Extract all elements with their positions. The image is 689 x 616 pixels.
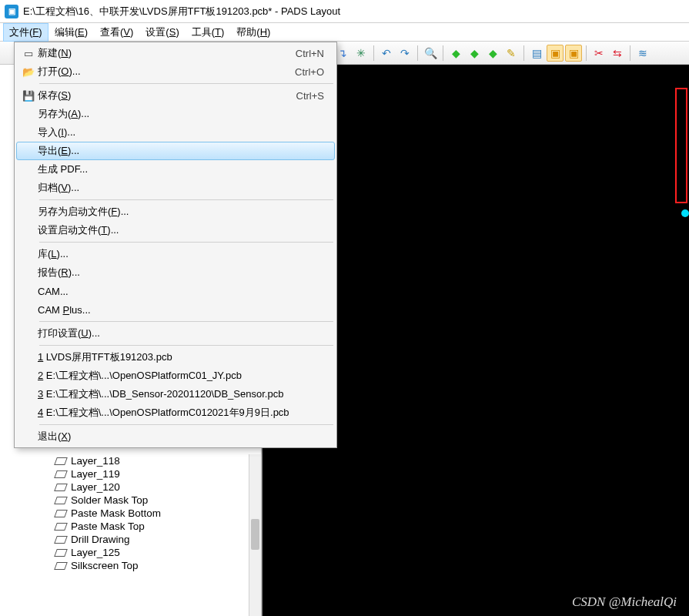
cut-red-icon[interactable]: ✂ xyxy=(590,45,607,62)
menu-f[interactable]: 文件(F) xyxy=(3,23,48,42)
target-icon[interactable]: ✳ xyxy=(353,45,370,62)
menu-item[interactable]: 另存为启动文件(F)... xyxy=(16,203,335,221)
toolbar-separator xyxy=(443,45,443,61)
menu-item[interactable]: 2 E:\工程文档\...\OpenOSPlatformC01_JY.pcb xyxy=(16,367,335,385)
menu-item[interactable]: 另存为(A)... xyxy=(16,105,335,123)
layer-item[interactable]: Layer_118 xyxy=(0,454,261,467)
menu-item-label: 导入(I)... xyxy=(38,126,324,139)
menu-item-icon: ▭ xyxy=(19,48,38,59)
verify-shape-icon[interactable]: ◆ xyxy=(484,45,501,62)
menu-item[interactable]: 3 E:\工程文档\...\DB_Sensor-20201120\DB_Sens… xyxy=(16,385,335,403)
layer-tree[interactable]: Layer_118Layer_119Layer_120Solder Mask T… xyxy=(0,454,261,616)
swap-a-icon[interactable]: ▣ xyxy=(547,45,564,62)
toolbar-separator xyxy=(523,45,524,61)
menu-item-label: 另存为启动文件(F)... xyxy=(38,205,324,219)
menu-t[interactable]: 工具(T) xyxy=(186,23,231,42)
menu-item[interactable]: 退出(X) xyxy=(16,427,335,446)
menu-separator xyxy=(39,321,333,322)
layer-item[interactable]: Silkscreen Top xyxy=(0,559,261,572)
layer-label: Drill Drawing xyxy=(71,534,130,545)
app-icon: ▣ xyxy=(5,5,18,18)
menu-item[interactable]: 1 LVDS屏用TFT板191203.pcb xyxy=(16,348,335,367)
swap-b-icon[interactable]: ▣ xyxy=(565,45,582,62)
menu-separator xyxy=(39,199,333,200)
menu-separator xyxy=(39,83,333,84)
layer-icon xyxy=(54,536,68,544)
pcb-pin-marker xyxy=(681,209,689,217)
verify-green-icon[interactable]: ◆ xyxy=(447,45,464,62)
menu-separator xyxy=(39,424,333,425)
menu-item[interactable]: 库(L)... xyxy=(16,245,335,263)
layer-icon xyxy=(54,484,68,491)
menu-h[interactable]: 帮助(H) xyxy=(230,23,276,42)
layer-label: Silkscreen Top xyxy=(71,560,139,571)
layer-icon xyxy=(54,549,68,557)
layer-label: Layer_120 xyxy=(71,481,120,493)
toolbar-separator xyxy=(417,45,418,61)
file-menu-dropdown: ▭新建(N)Ctrl+N📂打开(O)...Ctrl+O💾保存(S)Ctrl+S另… xyxy=(14,42,337,448)
layer-item[interactable]: Layer_125 xyxy=(0,546,261,559)
menu-item[interactable]: 归档(V)... xyxy=(16,179,335,197)
menu-item-icon: 💾 xyxy=(19,90,38,102)
scrollbar-thumb[interactable] xyxy=(251,519,259,550)
layer-item[interactable]: Solder Mask Top xyxy=(0,494,261,507)
zoom-icon[interactable]: 🔍 xyxy=(422,45,439,62)
menu-item[interactable]: 报告(R)... xyxy=(16,263,335,282)
menu-item[interactable]: 生成 PDF... xyxy=(16,160,335,179)
menu-item-label: CAM Plus... xyxy=(38,304,324,316)
menu-item[interactable]: 📂打开(O)...Ctrl+O xyxy=(16,62,335,81)
menu-item-label: 设置启动文件(T)... xyxy=(38,223,324,237)
menu-item-label: CAM... xyxy=(38,286,324,297)
menu-item[interactable]: 设置启动文件(T)... xyxy=(16,221,335,239)
menu-item-shortcut: Ctrl+O xyxy=(295,66,324,78)
menu-item-label: 库(L)... xyxy=(38,247,324,261)
menu-v[interactable]: 查看(V) xyxy=(94,23,139,42)
link-red-icon[interactable]: ⇆ xyxy=(609,45,626,62)
layer-item[interactable]: Layer_119 xyxy=(0,467,261,480)
scrollbar-vertical[interactable] xyxy=(249,454,261,616)
layer-label: Paste Mask Top xyxy=(71,521,145,532)
menu-e[interactable]: 编辑(E) xyxy=(48,23,94,42)
menu-item-label: 4 E:\工程文档\...\OpenOSPlatformC012021年9月9日… xyxy=(38,406,324,420)
menu-item[interactable]: CAM... xyxy=(16,282,335,300)
layer-icon xyxy=(54,523,68,531)
menu-item-label: 归档(V)... xyxy=(38,181,324,195)
wave-icon[interactable]: ≋ xyxy=(634,45,651,62)
menu-item[interactable]: 打印设置(U)... xyxy=(16,324,335,343)
menu-bar: 文件(F)编辑(E)查看(V)设置(S)工具(T)帮助(H) xyxy=(0,23,689,42)
menu-item-label: 1 LVDS屏用TFT板191203.pcb xyxy=(38,350,324,364)
toolbar-separator xyxy=(630,45,630,61)
layer-icon xyxy=(54,497,68,504)
menu-s[interactable]: 设置(S) xyxy=(139,23,185,42)
menu-item-icon: 📂 xyxy=(19,66,38,78)
toolbar-separator xyxy=(586,45,587,61)
menu-item[interactable]: ▭新建(N)Ctrl+N xyxy=(16,44,335,62)
menu-separator xyxy=(39,345,333,346)
layer-item[interactable]: Layer_120 xyxy=(0,480,261,494)
window-title: E:\工程文档\16、中联开发\LVDS屏用TFT板191203.pcb* - … xyxy=(23,5,340,18)
menu-item-label: 新建(N) xyxy=(38,46,296,60)
menu-item-label: 另存为(A)... xyxy=(38,107,324,121)
menu-item[interactable]: 导出(E)... xyxy=(16,142,335,160)
menu-item-label: 保存(S) xyxy=(38,89,296,102)
menu-item[interactable]: 💾保存(S)Ctrl+S xyxy=(16,86,335,105)
layer-blue-icon[interactable]: ▤ xyxy=(528,45,545,62)
layer-label: Paste Mask Bottom xyxy=(71,507,161,519)
brush-icon[interactable]: ✎ xyxy=(503,45,520,62)
menu-item-label: 导出(E)... xyxy=(38,144,324,158)
layer-icon xyxy=(54,470,68,478)
undo-icon[interactable]: ↶ xyxy=(378,45,395,62)
toolbar-separator xyxy=(373,45,374,61)
pcb-outline xyxy=(675,88,687,203)
verify-find-icon[interactable]: ◆ xyxy=(466,45,483,62)
redo-icon[interactable]: ↷ xyxy=(396,45,413,62)
layer-item[interactable]: Paste Mask Top xyxy=(0,520,261,533)
layer-icon xyxy=(54,510,68,517)
layer-item[interactable]: Paste Mask Bottom xyxy=(0,507,261,520)
menu-item[interactable]: 导入(I)... xyxy=(16,123,335,142)
layer-label: Layer_125 xyxy=(71,547,120,558)
menu-item[interactable]: CAM Plus... xyxy=(16,300,335,319)
layer-item[interactable]: Drill Drawing xyxy=(0,533,261,546)
menu-item[interactable]: 4 E:\工程文档\...\OpenOSPlatformC012021年9月9日… xyxy=(16,403,335,422)
layer-label: Solder Mask Top xyxy=(71,494,148,506)
